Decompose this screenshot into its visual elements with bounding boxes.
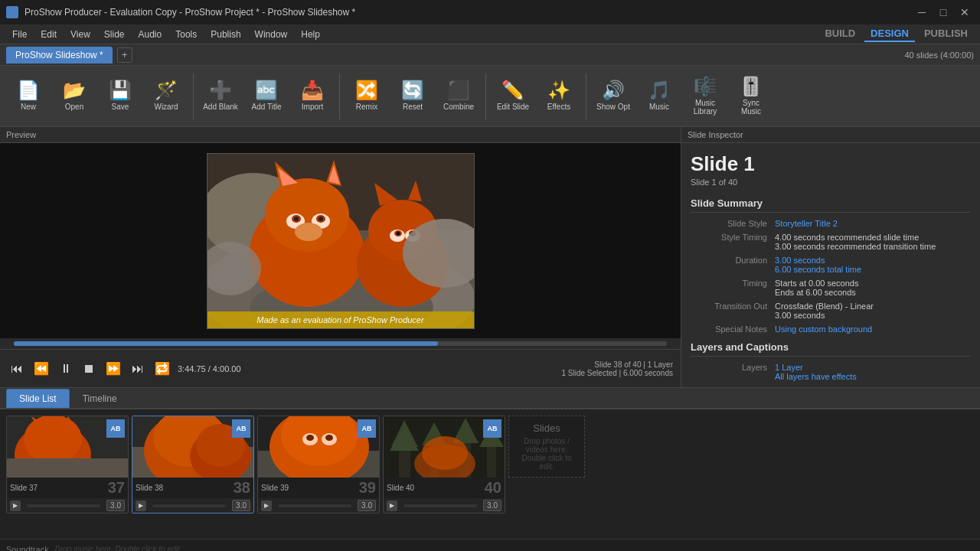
- slide-38-controls: ▶ 3.0: [132, 498, 253, 513]
- menu-tools[interactable]: Tools: [169, 27, 203, 42]
- slide-item-37[interactable]: AB Slide 37 37 ▶ 3.0: [6, 416, 129, 514]
- tab-slide-list[interactable]: Slide List: [6, 389, 70, 408]
- music-library-icon: 🎼: [694, 77, 717, 96]
- pause-button[interactable]: ⏸: [57, 360, 75, 377]
- toolbar: 📄 New 📂 Open 💾 Save 🪄 Wizard ➕ Add Blank…: [0, 66, 980, 127]
- slide-item-39[interactable]: AB Slide 39 39 ▶ 3.0: [257, 416, 380, 514]
- slide-38-bottom: Slide 38 38: [132, 478, 253, 498]
- design-mode-button[interactable]: DESIGN: [864, 26, 915, 42]
- music-library-button[interactable]: 🎼 Music Library: [683, 69, 727, 124]
- import-button[interactable]: 📥 Import: [290, 69, 335, 124]
- title-bar: ProShow Producer - Evaluation Copy - Pro…: [0, 0, 980, 24]
- soundtrack-area: Soundtrack Drop music here. Double click…: [0, 539, 980, 551]
- toolbar-separator-1: [193, 73, 194, 119]
- slide-37-play[interactable]: ▶: [10, 500, 21, 511]
- timing-value: Starts at 0.00 secondsEnds at 6.00 secon…: [775, 279, 858, 297]
- svg-point-34: [24, 416, 82, 464]
- show-opt-button[interactable]: 🔊 Show Opt: [591, 69, 635, 124]
- mode-switcher: BUILD DESIGN PUBLISH: [818, 26, 974, 42]
- save-button[interactable]: 💾 Save: [98, 69, 142, 124]
- total-time-link[interactable]: 6.00 seconds total time: [775, 265, 861, 274]
- slide-40-num: 40: [485, 479, 501, 497]
- toolbar-separator-4: [586, 73, 586, 119]
- reset-icon: 🔄: [401, 81, 424, 99]
- progress-bar[interactable]: [14, 341, 667, 346]
- add-title-icon: 🔤: [255, 81, 278, 99]
- slide-40-badge: AB: [483, 419, 501, 438]
- svg-point-16: [294, 217, 299, 221]
- slide-38-play[interactable]: ▶: [136, 500, 146, 511]
- inspector-scroll: Slide 1 Slide 1 of 40 Slide Summary Slid…: [681, 143, 980, 387]
- layers-section-title: Layers and Captions: [691, 341, 971, 357]
- open-button[interactable]: 📂 Open: [52, 69, 96, 124]
- build-mode-button[interactable]: BUILD: [818, 26, 861, 42]
- slide-39-badge: AB: [358, 419, 376, 438]
- style-value[interactable]: Storyteller Title 2: [775, 219, 838, 228]
- menu-help[interactable]: Help: [295, 27, 326, 42]
- slide-40-controls: ▶ 3.0: [384, 498, 505, 513]
- add-tab-button[interactable]: +: [117, 47, 132, 63]
- slide-40-duration: 3.0: [483, 500, 501, 511]
- slide-38-duration: 3.0: [232, 500, 250, 511]
- loop-button[interactable]: 🔁: [152, 360, 173, 377]
- duration-link[interactable]: 3.00 seconds: [775, 256, 825, 265]
- slide-39-bottom: Slide 39 39: [258, 478, 379, 498]
- menu-view[interactable]: View: [64, 27, 96, 42]
- slides-placeholder: Slides Drop photos / videos here. Double…: [508, 416, 585, 478]
- step-forward-button[interactable]: ⏩: [103, 360, 124, 377]
- svg-point-28: [396, 231, 400, 235]
- close-button[interactable]: ✕: [956, 5, 974, 20]
- slide-37-bottom: Slide 37 37: [7, 478, 128, 498]
- edit-slide-button[interactable]: ✏️ Edit Slide: [491, 69, 535, 124]
- slide-info-2: 1 Slide Selected | 6.000 seconds: [562, 369, 673, 377]
- notes-value[interactable]: Using custom background: [775, 324, 872, 334]
- tab-timeline[interactable]: Timeline: [70, 389, 130, 408]
- edit-slide-icon: ✏️: [501, 81, 524, 99]
- menu-edit[interactable]: Edit: [34, 27, 63, 42]
- layers-count-link[interactable]: 1 Layer: [775, 363, 803, 372]
- effects-button[interactable]: ✨ Effects: [537, 69, 581, 124]
- slide-item-40[interactable]: AB Slide 40 40 ▶ 3.0: [383, 416, 505, 514]
- new-button[interactable]: 📄 New: [6, 69, 51, 124]
- publish-mode-button[interactable]: PUBLISH: [918, 26, 974, 42]
- duration-label: Duration: [691, 256, 775, 274]
- music-button[interactable]: 🎵 Music: [637, 69, 681, 124]
- menu-audio[interactable]: Audio: [132, 27, 168, 42]
- preview-image: Made as an evaluation of ProShow Produce…: [207, 153, 475, 329]
- menu-publish[interactable]: Publish: [204, 27, 247, 42]
- inspector-header: Slide Inspector: [681, 127, 980, 143]
- slide-39-play[interactable]: ▶: [261, 500, 272, 511]
- svg-point-67: [422, 436, 468, 470]
- summary-row-timing: Style Timing 4.00 seconds recommended sl…: [691, 233, 971, 251]
- slide-39-num: 39: [359, 479, 376, 497]
- slide-list-scroll[interactable]: AB Slide 37 37 ▶ 3.0: [0, 409, 980, 539]
- bottom-tabs: Slide List Timeline: [0, 387, 980, 409]
- stop-button[interactable]: ⏹: [80, 360, 98, 377]
- menu-window[interactable]: Window: [249, 27, 294, 42]
- reset-button[interactable]: 🔄 Reset: [390, 69, 435, 124]
- menu-slide[interactable]: Slide: [98, 27, 131, 42]
- combine-button[interactable]: ⬛ Combine: [436, 69, 481, 124]
- menu-file[interactable]: File: [6, 27, 33, 42]
- wizard-button[interactable]: 🪄 Wizard: [144, 69, 188, 124]
- open-icon: 📂: [63, 81, 86, 99]
- step-back-button[interactable]: ⏪: [31, 360, 52, 377]
- slide-item-38[interactable]: AB Slide 38 38 ▶ 3.0: [132, 416, 254, 514]
- title-bar-controls: ─ □ ✕: [913, 5, 974, 20]
- sync-music-icon: 🎚️: [740, 77, 763, 96]
- minimize-button[interactable]: ─: [913, 5, 931, 20]
- svg-point-17: [318, 217, 323, 221]
- sync-music-button[interactable]: 🎚️ Sync Music: [729, 69, 773, 124]
- go-to-start-button[interactable]: ⏮: [8, 360, 26, 377]
- slide-37-controls: ▶ 3.0: [7, 498, 128, 513]
- remix-button[interactable]: 🔀 Remix: [345, 69, 389, 124]
- project-tab[interactable]: ProShow Slideshow *: [6, 47, 113, 64]
- slide-40-play[interactable]: ▶: [387, 500, 397, 511]
- go-to-end-button[interactable]: ⏭: [129, 360, 147, 377]
- layers-effects-link[interactable]: All layers have effects: [775, 372, 857, 381]
- maximize-button[interactable]: □: [934, 5, 952, 20]
- add-title-button[interactable]: 🔤 Add Title: [244, 69, 289, 124]
- slide-list-area: AB Slide 37 37 ▶ 3.0: [0, 409, 980, 539]
- add-blank-button[interactable]: ➕ Add Blank: [198, 69, 243, 124]
- placeholder-title: Slides: [533, 422, 560, 434]
